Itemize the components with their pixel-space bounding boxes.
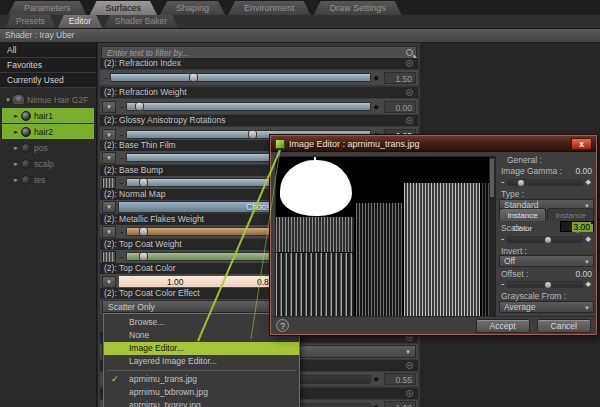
close-button[interactable]: x	[571, 138, 592, 150]
help-button[interactable]: ?	[276, 319, 289, 332]
gear-icon[interactable]	[406, 60, 413, 67]
tab-shaping[interactable]: Shaping	[160, 1, 225, 15]
tab-surfaces[interactable]: Surfaces	[90, 1, 158, 15]
tree-root-figure[interactable]: ▼ Nimue Hair G2F	[2, 92, 94, 107]
cancel-button[interactable]: Cancel	[537, 319, 591, 333]
decrement-icon[interactable]: -	[120, 178, 123, 188]
tab-editor[interactable]: Editor	[58, 15, 102, 28]
gear-icon[interactable]	[406, 334, 413, 341]
tab-shader-baker[interactable]: Shader Baker	[104, 15, 178, 28]
refraction-weight-value[interactable]: 0.00	[384, 101, 416, 113]
map-menu-button[interactable]	[102, 201, 116, 213]
tab-instance-color[interactable]: Instance Color	[499, 208, 546, 221]
increment-icon[interactable]: ◆	[374, 375, 379, 383]
figure-icon	[13, 95, 24, 104]
offset-value[interactable]: 0.00	[575, 269, 592, 279]
texture-preview[interactable]	[275, 156, 496, 318]
tab-parameters[interactable]: Parameters	[8, 1, 87, 15]
decrement-icon[interactable]: -	[120, 153, 123, 163]
image-settings-panel: General : Image Gamma : 0.00 - ◆ Type : …	[499, 153, 594, 318]
caret-right-icon[interactable]: ►	[13, 177, 21, 183]
grayscale-from-dropdown[interactable]: Average▼	[499, 301, 594, 313]
sidebar-item-currently-used[interactable]: Currently Used	[0, 73, 96, 88]
map-menu-button[interactable]	[102, 226, 116, 238]
tree-item-label: pos	[34, 143, 48, 153]
tree-item-hair2[interactable]: ► hair2	[2, 124, 94, 139]
decrement-icon[interactable]: -	[120, 102, 123, 112]
map-menu-button[interactable]	[102, 276, 116, 288]
caret-right-icon[interactable]: ►	[13, 145, 21, 151]
surface-icon	[21, 159, 31, 169]
tab-presets[interactable]: Presets	[5, 15, 56, 28]
gear-icon[interactable]	[406, 362, 413, 369]
sidebar-item-favorites[interactable]: Favorites	[0, 58, 96, 73]
decrement-icon[interactable]: -	[120, 252, 123, 262]
scale-input[interactable]: 3.00	[560, 221, 594, 232]
dialog-title-bar[interactable]: Image Editor : aprnimu_trans.jpg x	[271, 136, 596, 152]
decrement-icon[interactable]: -	[501, 177, 504, 187]
tab-instance-tiling[interactable]: Instance Tiling	[547, 208, 594, 221]
hidden-slider-value[interactable]: 0.55	[384, 373, 416, 385]
gear-icon[interactable]	[406, 89, 413, 96]
refraction-weight-slider[interactable]	[126, 102, 370, 111]
top-coat-map-thumbnail[interactable]	[102, 251, 116, 263]
texture-strip	[404, 183, 480, 318]
search-icon	[406, 49, 413, 56]
refraction-index-slider[interactable]	[110, 73, 370, 82]
increment-icon[interactable]: ◆	[586, 178, 591, 186]
surface-icon	[21, 111, 31, 121]
image-gamma-slider[interactable]: - ◆	[499, 177, 594, 187]
increment-icon[interactable]: ◆	[374, 74, 379, 82]
decrement-icon[interactable]: -	[501, 234, 504, 244]
hidden-slider-value[interactable]: 1.00	[384, 401, 416, 407]
gear-icon[interactable]	[406, 117, 413, 124]
tree-item-pos[interactable]: ► pos	[2, 140, 94, 155]
image-gamma-label: Image Gamma :	[501, 166, 562, 176]
instance-tabs: Instance Color Instance Tiling	[499, 208, 594, 221]
increment-icon[interactable]: ◆	[374, 103, 379, 111]
chevron-down-icon: ▼	[584, 257, 590, 268]
preview-scrollbar[interactable]	[489, 157, 495, 317]
gear-icon[interactable]	[406, 390, 413, 397]
map-menu-button[interactable]	[102, 101, 116, 113]
menu-item-aprnimu-trans[interactable]: ✓aprnimu_trans.jpg	[104, 373, 299, 386]
decrement-icon[interactable]: -	[501, 279, 504, 289]
increment-icon[interactable]: ◆	[586, 280, 591, 288]
caret-right-icon[interactable]: ►	[13, 113, 21, 119]
menu-item-aprnimu-txgrey[interactable]: aprnimu_txgrey.jpg	[104, 399, 299, 407]
decrement-icon[interactable]: -	[120, 130, 123, 140]
menu-item-aprnimu-txbrown[interactable]: aprnimu_txbrown.jpg	[104, 386, 299, 399]
chevron-down-icon: ▼	[584, 303, 590, 314]
refraction-index-value[interactable]: 1.50	[384, 72, 416, 84]
image-gamma-value[interactable]: 0.00	[575, 166, 592, 176]
increment-icon[interactable]: ◆	[586, 235, 591, 243]
map-menu-button[interactable]	[102, 129, 116, 141]
tab-environment[interactable]: Environment	[228, 1, 311, 15]
offset-slider[interactable]: - ◆	[499, 279, 594, 289]
filter-placeholder: Enter text to filter by...	[107, 48, 189, 58]
increment-icon[interactable]: ◆	[374, 403, 379, 407]
bump-map-thumbnail[interactable]	[102, 177, 116, 189]
caret-right-icon[interactable]: ►	[13, 129, 21, 135]
menu-item-image-editor[interactable]: Image Editor...	[104, 342, 299, 355]
tree-item-tes[interactable]: ► tes	[2, 172, 94, 187]
surfaces-sub-tab-bar: Presets Editor Shader Baker	[0, 15, 600, 29]
daz-app-icon	[275, 139, 285, 149]
accept-button[interactable]: Accept	[476, 319, 530, 333]
invert-dropdown[interactable]: Off▼	[499, 255, 594, 267]
sidebar-item-all[interactable]: All	[0, 43, 96, 58]
tree-item-hair1[interactable]: ► hair1	[2, 108, 94, 123]
caret-down-icon[interactable]: ▼	[5, 97, 13, 103]
tab-draw-settings[interactable]: Draw Settings	[314, 1, 402, 15]
map-menu-button[interactable]	[102, 152, 116, 164]
tree-item-scalp[interactable]: ► scalp	[2, 156, 94, 171]
texture-strip	[356, 203, 402, 318]
tree-item-label: hair2	[34, 127, 53, 137]
menu-item-layered-image-editor[interactable]: Layered Image Editor...	[104, 355, 299, 368]
decrement-icon[interactable]: -	[120, 227, 123, 237]
decrement-icon[interactable]: -	[104, 73, 107, 83]
scale-slider[interactable]: - ◆	[499, 234, 594, 244]
caret-right-icon[interactable]: ►	[13, 161, 21, 167]
scrollbar-thumb[interactable]	[490, 159, 494, 197]
main-tab-bar: Parameters Surfaces Shaping Environment …	[0, 0, 600, 15]
